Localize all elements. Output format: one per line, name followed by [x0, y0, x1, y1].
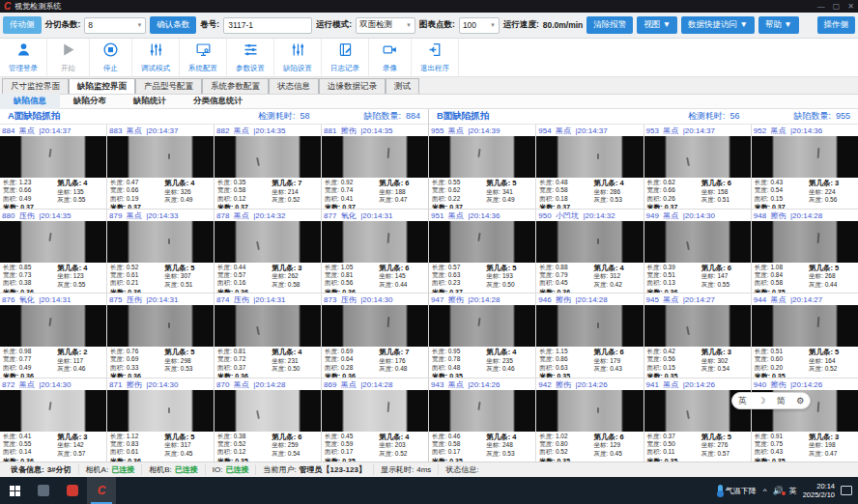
- data-quick-access-button[interactable]: 数据快捷访问 ▼: [681, 16, 755, 34]
- log-record-button[interactable]: 日志记录: [322, 39, 369, 76]
- ime-settings-gear-icon[interactable]: ⚙: [796, 396, 804, 406]
- main-tab-6[interactable]: 边缘数据记录: [319, 78, 386, 94]
- defect-card[interactable]: 949 黑点 |20:14:30长度: 0.39宽度: 0.51面积: 0.13…: [644, 210, 751, 294]
- defect-card[interactable]: 874 压伤 |20:14:31长度: 0.81宽度: 0.72面积: 0.37…: [214, 294, 321, 378]
- chart-points-select[interactable]: 100▼: [459, 17, 500, 34]
- weather-widget[interactable]: 气温下降: [718, 485, 757, 496]
- roll-number-input[interactable]: 3117-1: [223, 17, 312, 34]
- current-user-value: 管理员【123-123】: [300, 464, 366, 475]
- start-button[interactable]: 开始: [47, 39, 90, 76]
- defect-card-info: 长度: 0.39宽度: 0.51面积: 0.13米数: 0.36第几条: 6坐标…: [644, 263, 751, 294]
- defect-card[interactable]: 940 擦伤 |20:14:26长度: 0.91宽度: 0.75面积: 0.43…: [752, 378, 858, 462]
- tray-expand-arrow-icon[interactable]: ^: [763, 487, 767, 495]
- maximize-button[interactable]: ▢: [833, 2, 841, 11]
- vision-app-icon: C: [98, 484, 106, 497]
- defect-card[interactable]: 877 氧化 |20:14:31长度: 1.05宽度: 0.81面积: 0.56…: [322, 210, 428, 294]
- defect-image: [0, 305, 106, 347]
- help-menu-button[interactable]: 帮助 ▼: [758, 16, 799, 34]
- main-tab-5[interactable]: 状态信息: [269, 78, 319, 94]
- defect-card[interactable]: 943 黑点 |20:14:26长度: 0.46宽度: 0.58面积: 0.17…: [429, 378, 535, 462]
- defect-image: [214, 221, 321, 263]
- taskbar-active-app[interactable]: C: [87, 477, 116, 504]
- system-config-button[interactable]: 系统配置: [180, 39, 227, 76]
- defect-card-info: 长度: 0.92宽度: 0.74面积: 0.41米数: 0.37第几条: 6坐标…: [322, 178, 428, 209]
- exit-program-button[interactable]: 退出程序: [412, 39, 459, 76]
- defect-card[interactable]: 876 氧化 |20:14:31长度: 0.98宽度: 0.77面积: 0.49…: [0, 294, 106, 378]
- taskbar-clock[interactable]: 20:14 2025/2/10: [803, 482, 835, 500]
- start-button[interactable]: [0, 477, 29, 504]
- defect-card-header: 955 黑点 |20:14:39: [429, 125, 535, 136]
- defect-card[interactable]: 878 黑点 |20:14:32长度: 0.44宽度: 0.57面积: 0.16…: [214, 210, 321, 294]
- sub-tab-4[interactable]: 分类信息统计: [180, 94, 256, 109]
- input-language-indicator[interactable]: 英: [789, 486, 797, 496]
- drive-side-button[interactable]: 传动侧: [3, 16, 42, 34]
- sub-tab-1[interactable]: 缺陷信息: [0, 94, 60, 109]
- volume-icon[interactable]: 🔊: [772, 486, 783, 495]
- defect-card[interactable]: 955 黑点 |20:14:39长度: 0.55宽度: 0.62面积: 0.22…: [429, 125, 535, 209]
- defect-card[interactable]: 947 擦伤 |20:14:28长度: 0.95宽度: 0.78面积: 0.48…: [429, 294, 535, 378]
- ime-language-bar[interactable]: 英 ☽ 简 ⚙: [731, 392, 811, 409]
- main-tab-1[interactable]: 尺寸监控界面: [2, 78, 69, 94]
- defect-card[interactable]: 870 黑点 |20:14:28长度: 0.38宽度: 0.52面积: 0.12…: [214, 378, 321, 462]
- defect-card-info: 长度: 0.45宽度: 0.59面积: 0.17米数: 0.35第几条: 4坐标…: [322, 432, 428, 462]
- defect-settings-button[interactable]: 缺陷设置: [274, 39, 322, 76]
- slit-count-select[interactable]: 8▼: [84, 17, 146, 34]
- defect-count: 缺陷数量: 884: [363, 110, 420, 123]
- defect-card[interactable]: 945 黑点 |20:14:27长度: 0.42宽度: 0.56面积: 0.15…: [644, 294, 751, 378]
- taskbar-pinned-app-red[interactable]: [58, 477, 87, 504]
- view-menu-button[interactable]: 视图 ▼: [637, 16, 677, 34]
- defect-card[interactable]: 953 黑点 |20:14:37长度: 0.62宽度: 0.66面积: 0.26…: [644, 125, 751, 209]
- main-tab-4[interactable]: 系统参数配置: [202, 78, 269, 94]
- video-record-button[interactable]: 录像: [369, 39, 412, 76]
- defect-card[interactable]: 882 黑点 |20:14:35长度: 0.35宽度: 0.58面积: 0.12…: [214, 125, 321, 209]
- param-settings-button[interactable]: 参数设置: [227, 39, 274, 76]
- system-config-icon: [195, 42, 212, 62]
- ime-simplified-toggle[interactable]: 简: [777, 395, 786, 407]
- defect-card[interactable]: 950 小凹坑 |20:14:32长度: 0.88宽度: 0.79面积: 0.4…: [536, 210, 643, 294]
- defect-image: [429, 136, 535, 178]
- defect-card[interactable]: 954 黑点 |20:14:37长度: 0.48宽度: 0.58面积: 0.18…: [536, 125, 643, 209]
- stop-button[interactable]: 停止: [90, 39, 132, 76]
- defect-card[interactable]: 946 擦伤 |20:14:28长度: 1.15宽度: 0.86面积: 0.63…: [536, 294, 643, 378]
- defect-card[interactable]: 872 黑点 |20:14:30长度: 0.41宽度: 0.55面积: 0.14…: [0, 378, 106, 462]
- defect-card[interactable]: 942 擦伤 |20:14:26长度: 1.02宽度: 0.80面积: 0.52…: [536, 378, 643, 462]
- main-tab-3[interactable]: 产品型号配置: [135, 78, 202, 94]
- roll-number-label: 卷号:: [200, 19, 219, 31]
- main-tab-7[interactable]: 测试: [386, 78, 419, 94]
- defect-card[interactable]: 941 黑点 |20:14:26长度: 0.37宽度: 0.50面积: 0.11…: [644, 378, 751, 462]
- defect-card[interactable]: 871 擦伤 |20:14:30长度: 1.12宽度: 0.83面积: 0.61…: [107, 378, 214, 462]
- windows-logo-icon: [10, 486, 20, 496]
- debug-mode-button[interactable]: 调试模式: [132, 39, 180, 76]
- admin-login-icon: [15, 42, 32, 62]
- slit-count-label: 分切条数:: [45, 19, 81, 31]
- action-center-icon[interactable]: [841, 486, 852, 495]
- taskbar-pinned-app[interactable]: [29, 477, 58, 504]
- ime-halfwidth-icon[interactable]: ☽: [758, 396, 765, 406]
- defect-card[interactable]: 883 黑点 |20:14:37长度: 0.47宽度: 0.66面积: 0.19…: [107, 125, 214, 209]
- defect-card[interactable]: 875 压伤 |20:14:31长度: 0.76宽度: 0.69面积: 0.33…: [107, 294, 214, 378]
- defect-card[interactable]: 880 压伤 |20:14:35长度: 0.85宽度: 0.73面积: 0.38…: [0, 210, 106, 294]
- defect-card[interactable]: 873 压伤 |20:14:30长度: 0.69宽度: 0.64面积: 0.28…: [322, 294, 428, 378]
- defect-card[interactable]: 884 黑点 |20:14:37长度: 1.23宽度: 0.66面积: 0.49…: [0, 125, 106, 209]
- defect-card[interactable]: 869 黑点 |20:14:28长度: 0.45宽度: 0.59面积: 0.17…: [322, 378, 428, 462]
- main-tab-2[interactable]: 缺陷监控界面: [69, 78, 135, 94]
- clear-alarm-button[interactable]: 清除报警: [586, 16, 633, 34]
- operator-side-button[interactable]: 操作侧: [817, 16, 856, 34]
- defect-card[interactable]: 948 擦伤 |20:14:28长度: 1.08宽度: 0.84面积: 0.58…: [752, 210, 858, 294]
- defect-card-info: 长度: 0.98宽度: 0.77面积: 0.49米数: 0.36第几条: 2坐标…: [0, 347, 106, 378]
- defect-card[interactable]: 951 黑点 |20:14:36长度: 0.57宽度: 0.63面积: 0.23…: [429, 210, 535, 294]
- defect-card-header: 877 氧化 |20:14:31: [322, 210, 428, 221]
- ime-english-toggle[interactable]: 英: [738, 395, 747, 407]
- minimize-button[interactable]: —: [817, 2, 825, 11]
- defect-card[interactable]: 881 擦伤 |20:14:35长度: 0.92宽度: 0.74面积: 0.41…: [322, 125, 428, 209]
- close-button[interactable]: ✕: [847, 2, 854, 11]
- run-mode-select[interactable]: 双面检测▼: [356, 17, 415, 34]
- defect-card[interactable]: 879 黑点 |20:14:33长度: 0.52宽度: 0.61面积: 0.21…: [107, 210, 214, 294]
- defect-card[interactable]: 952 黑点 |20:14:36长度: 0.43宽度: 0.54面积: 0.15…: [752, 125, 858, 209]
- defect-card[interactable]: 944 黑点 |20:14:27长度: 0.51宽度: 0.60面积: 0.20…: [752, 294, 858, 378]
- confirm-count-button[interactable]: 确认条数: [150, 16, 196, 34]
- sub-tab-3[interactable]: 缺陷统计: [120, 94, 180, 109]
- sub-tab-2[interactable]: 缺陷分布: [60, 94, 120, 109]
- defect-card-header: 944 黑点 |20:14:27: [752, 294, 858, 305]
- admin-login-button[interactable]: 管理登录: [0, 39, 47, 76]
